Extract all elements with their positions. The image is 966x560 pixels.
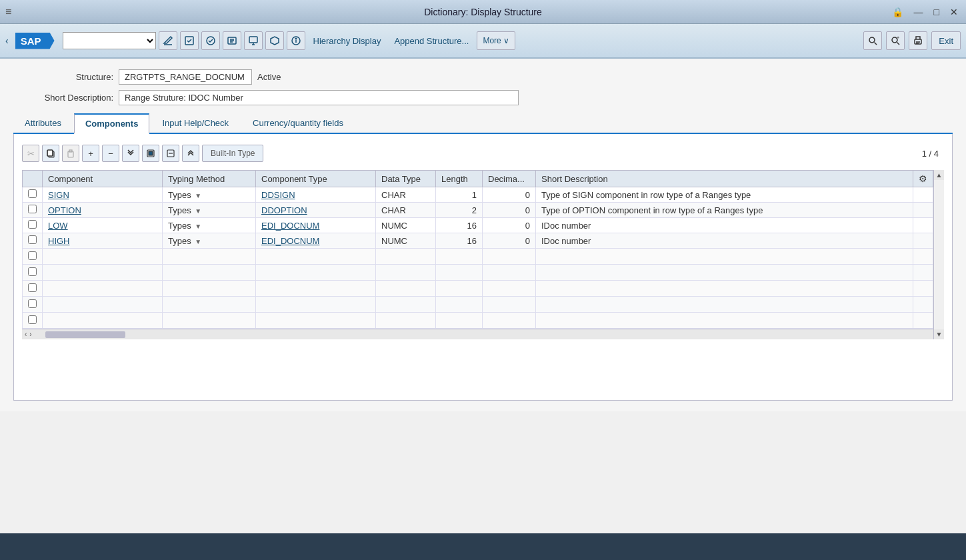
paste-button[interactable] bbox=[62, 145, 79, 162]
component-cell: HIGH bbox=[43, 233, 163, 249]
nav-dropdown[interactable] bbox=[63, 32, 156, 49]
scroll-up-arrow[interactable]: ▲ bbox=[934, 170, 944, 180]
info-icon-btn[interactable] bbox=[287, 31, 305, 50]
select-all-button[interactable] bbox=[142, 145, 159, 162]
exit-button[interactable]: Exit bbox=[931, 31, 961, 50]
row-checkbox-cell bbox=[23, 233, 43, 249]
comptype-link[interactable]: DDOPTION bbox=[261, 205, 307, 215]
short-desc-label: Short Description: bbox=[13, 93, 113, 103]
table-row: OPTION Types ▼ DDOPTION CHAR 2 0 Type of… bbox=[23, 203, 933, 218]
copy-button[interactable] bbox=[42, 145, 59, 162]
minimize-button[interactable]: — bbox=[911, 7, 926, 17]
empty-col8 bbox=[913, 297, 933, 313]
search-extended-button[interactable]: + bbox=[886, 31, 905, 50]
tab-attributes[interactable]: Attributes bbox=[13, 113, 73, 133]
component-link[interactable]: SIGN bbox=[48, 190, 69, 200]
short-desc-value: Range Struture: IDOC Number bbox=[119, 90, 519, 105]
empty-col1 bbox=[43, 249, 163, 265]
comptype-link[interactable]: DDSIGN bbox=[261, 190, 295, 200]
title-bar: ≡ Dictionary: Display Structure 🔒 — □ ✕ bbox=[0, 0, 966, 24]
empty-col3 bbox=[256, 281, 376, 297]
empty-checkbox[interactable] bbox=[28, 251, 37, 260]
typing-dropdown[interactable]: ▼ bbox=[195, 223, 201, 230]
empty-col4 bbox=[376, 297, 436, 313]
builtin-type-button[interactable]: Built-In Type bbox=[202, 145, 263, 162]
empty-checkbox[interactable] bbox=[28, 267, 37, 276]
cut-button[interactable]: ✂ bbox=[22, 145, 39, 162]
component-link[interactable]: HIGH bbox=[48, 236, 70, 246]
empty-col8 bbox=[913, 281, 933, 297]
move-down-button[interactable] bbox=[122, 145, 139, 162]
datatype-cell: CHAR bbox=[376, 187, 436, 203]
menu-icon[interactable]: ≡ bbox=[5, 6, 11, 18]
check-icon-btn[interactable] bbox=[201, 31, 220, 50]
th-datatype: Data Type bbox=[376, 171, 436, 187]
empty-checkbox[interactable] bbox=[28, 315, 37, 324]
horizontal-scrollbar[interactable]: ‹ › bbox=[22, 329, 933, 339]
typing-dropdown[interactable]: ▼ bbox=[195, 192, 201, 199]
datatype-value: NUMC bbox=[381, 236, 407, 246]
more-button[interactable]: More ∨ bbox=[477, 31, 515, 50]
scroll-thumb[interactable] bbox=[45, 331, 125, 338]
svg-line-14 bbox=[875, 43, 877, 45]
empty-col2 bbox=[163, 297, 256, 313]
scroll-track bbox=[934, 180, 944, 329]
search-button[interactable] bbox=[863, 31, 882, 50]
settings-cell bbox=[913, 187, 933, 203]
decimal-cell: 0 bbox=[483, 187, 536, 203]
delete-row-button[interactable]: − bbox=[102, 145, 119, 162]
tab-components[interactable]: Components bbox=[74, 113, 149, 134]
empty-col4 bbox=[376, 281, 436, 297]
length-value: 1 bbox=[472, 190, 477, 200]
back-button[interactable]: ‹ bbox=[5, 35, 9, 46]
transport-icon-btn[interactable] bbox=[265, 31, 284, 50]
comptype-link[interactable]: EDI_DOCNUM bbox=[261, 221, 319, 231]
typing-dropdown[interactable]: ▼ bbox=[195, 238, 201, 245]
close-button[interactable]: ✕ bbox=[947, 7, 961, 17]
display-icon-btn[interactable] bbox=[244, 31, 263, 50]
component-link[interactable]: LOW bbox=[48, 221, 68, 231]
settings-icon[interactable]: ⚙ bbox=[919, 173, 927, 184]
scroll-right-arrow[interactable]: › bbox=[29, 331, 31, 338]
deselect-button[interactable] bbox=[162, 145, 179, 162]
empty-checkbox-cell bbox=[23, 297, 43, 313]
add-row-button[interactable]: + bbox=[82, 145, 99, 162]
empty-checkbox[interactable] bbox=[28, 283, 37, 292]
vertical-scrollbar[interactable]: ▲ ▼ bbox=[933, 170, 944, 339]
maximize-button[interactable]: □ bbox=[931, 7, 942, 17]
empty-col1 bbox=[43, 265, 163, 281]
activate-icon-btn[interactable] bbox=[180, 31, 199, 50]
print-button[interactable] bbox=[909, 31, 927, 50]
move-top-button[interactable] bbox=[182, 145, 199, 162]
append-structure-button[interactable]: Append Structure... bbox=[389, 31, 474, 50]
row-checkbox[interactable] bbox=[28, 189, 37, 198]
edit-icon-btn[interactable] bbox=[159, 31, 177, 50]
component-cell: OPTION bbox=[43, 203, 163, 218]
decimal-cell: 0 bbox=[483, 233, 536, 249]
svg-text:+: + bbox=[897, 36, 899, 40]
empty-checkbox[interactable] bbox=[28, 299, 37, 308]
desc-cell: IDoc number bbox=[536, 233, 913, 249]
tab-currency[interactable]: Currency/quantity fields bbox=[241, 113, 355, 133]
component-link[interactable]: OPTION bbox=[48, 205, 81, 215]
row-checkbox[interactable] bbox=[28, 205, 37, 213]
empty-row bbox=[23, 249, 933, 265]
lock-icon: 🔒 bbox=[889, 7, 906, 17]
typing-cell: Types ▼ bbox=[163, 233, 256, 249]
tab-input-help[interactable]: Input Help/Check bbox=[151, 113, 240, 133]
sap-logo: SAP bbox=[15, 33, 55, 49]
where-used-icon-btn[interactable] bbox=[223, 31, 241, 50]
empty-col5 bbox=[436, 265, 483, 281]
comptype-cell: EDI_DOCNUM bbox=[256, 233, 376, 249]
empty-col3 bbox=[256, 297, 376, 313]
short-desc-row: Short Description: Range Struture: IDOC … bbox=[13, 90, 953, 105]
comptype-link[interactable]: EDI_DOCNUM bbox=[261, 236, 319, 246]
typing-dropdown[interactable]: ▼ bbox=[195, 207, 201, 215]
scroll-left-arrow[interactable]: ‹ bbox=[25, 331, 27, 338]
row-checkbox[interactable] bbox=[28, 235, 37, 244]
scroll-down-arrow[interactable]: ▼ bbox=[934, 329, 944, 339]
empty-col3 bbox=[256, 249, 376, 265]
row-checkbox[interactable] bbox=[28, 220, 37, 229]
desc-cell: Type of OPTION component in row type of … bbox=[536, 203, 913, 218]
hierarchy-display-button[interactable]: Hierarchy Display bbox=[308, 31, 387, 50]
